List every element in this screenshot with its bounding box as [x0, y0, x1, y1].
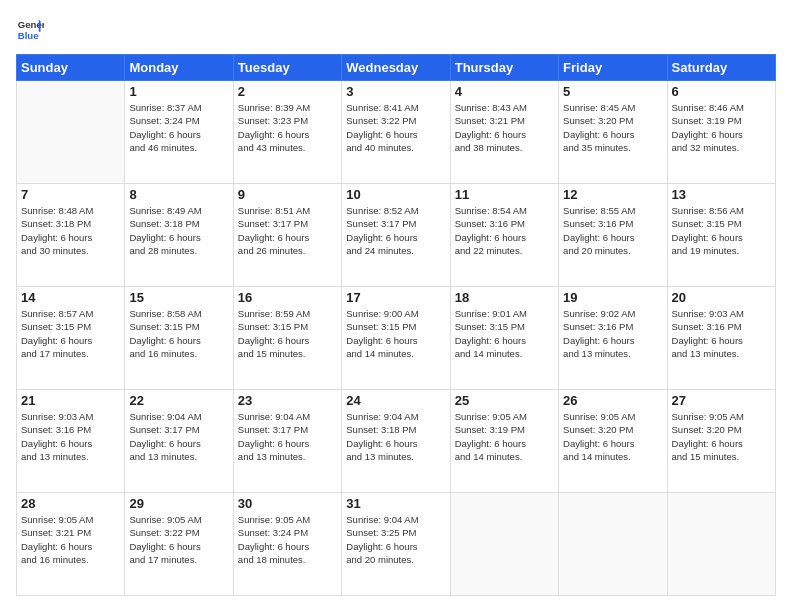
- calendar-cell: 10Sunrise: 8:52 AM Sunset: 3:17 PM Dayli…: [342, 184, 450, 287]
- calendar-cell: 31Sunrise: 9:04 AM Sunset: 3:25 PM Dayli…: [342, 493, 450, 596]
- weekday-friday: Friday: [559, 55, 667, 81]
- day-number: 16: [238, 290, 337, 305]
- day-number: 12: [563, 187, 662, 202]
- day-number: 29: [129, 496, 228, 511]
- day-number: 21: [21, 393, 120, 408]
- day-number: 28: [21, 496, 120, 511]
- day-number: 13: [672, 187, 771, 202]
- day-number: 15: [129, 290, 228, 305]
- calendar-cell: 1Sunrise: 8:37 AM Sunset: 3:24 PM Daylig…: [125, 81, 233, 184]
- day-info: Sunrise: 9:05 AM Sunset: 3:20 PM Dayligh…: [563, 410, 662, 463]
- day-info: Sunrise: 8:45 AM Sunset: 3:20 PM Dayligh…: [563, 101, 662, 154]
- calendar-cell: 22Sunrise: 9:04 AM Sunset: 3:17 PM Dayli…: [125, 390, 233, 493]
- day-info: Sunrise: 8:58 AM Sunset: 3:15 PM Dayligh…: [129, 307, 228, 360]
- logo: General Blue: [16, 16, 48, 44]
- day-info: Sunrise: 9:04 AM Sunset: 3:18 PM Dayligh…: [346, 410, 445, 463]
- calendar-cell: 12Sunrise: 8:55 AM Sunset: 3:16 PM Dayli…: [559, 184, 667, 287]
- day-info: Sunrise: 9:02 AM Sunset: 3:16 PM Dayligh…: [563, 307, 662, 360]
- day-info: Sunrise: 8:46 AM Sunset: 3:19 PM Dayligh…: [672, 101, 771, 154]
- day-info: Sunrise: 9:04 AM Sunset: 3:17 PM Dayligh…: [238, 410, 337, 463]
- day-info: Sunrise: 9:05 AM Sunset: 3:22 PM Dayligh…: [129, 513, 228, 566]
- day-info: Sunrise: 8:41 AM Sunset: 3:22 PM Dayligh…: [346, 101, 445, 154]
- day-number: 7: [21, 187, 120, 202]
- day-number: 18: [455, 290, 554, 305]
- calendar-cell: 30Sunrise: 9:05 AM Sunset: 3:24 PM Dayli…: [233, 493, 341, 596]
- weekday-saturday: Saturday: [667, 55, 775, 81]
- day-number: 27: [672, 393, 771, 408]
- day-info: Sunrise: 8:49 AM Sunset: 3:18 PM Dayligh…: [129, 204, 228, 257]
- page: General Blue SundayMondayTuesdayWednesda…: [0, 0, 792, 612]
- week-row-5: 28Sunrise: 9:05 AM Sunset: 3:21 PM Dayli…: [17, 493, 776, 596]
- calendar-cell: 20Sunrise: 9:03 AM Sunset: 3:16 PM Dayli…: [667, 287, 775, 390]
- logo-icon: General Blue: [16, 16, 44, 44]
- week-row-4: 21Sunrise: 9:03 AM Sunset: 3:16 PM Dayli…: [17, 390, 776, 493]
- weekday-header-row: SundayMondayTuesdayWednesdayThursdayFrid…: [17, 55, 776, 81]
- day-number: 2: [238, 84, 337, 99]
- day-number: 23: [238, 393, 337, 408]
- day-info: Sunrise: 8:57 AM Sunset: 3:15 PM Dayligh…: [21, 307, 120, 360]
- calendar-cell: 7Sunrise: 8:48 AM Sunset: 3:18 PM Daylig…: [17, 184, 125, 287]
- day-info: Sunrise: 9:03 AM Sunset: 3:16 PM Dayligh…: [672, 307, 771, 360]
- calendar-cell: 5Sunrise: 8:45 AM Sunset: 3:20 PM Daylig…: [559, 81, 667, 184]
- weekday-thursday: Thursday: [450, 55, 558, 81]
- calendar-cell: 25Sunrise: 9:05 AM Sunset: 3:19 PM Dayli…: [450, 390, 558, 493]
- header: General Blue: [16, 16, 776, 44]
- day-number: 10: [346, 187, 445, 202]
- calendar-table: SundayMondayTuesdayWednesdayThursdayFrid…: [16, 54, 776, 596]
- day-info: Sunrise: 8:39 AM Sunset: 3:23 PM Dayligh…: [238, 101, 337, 154]
- calendar-cell: 2Sunrise: 8:39 AM Sunset: 3:23 PM Daylig…: [233, 81, 341, 184]
- day-info: Sunrise: 8:56 AM Sunset: 3:15 PM Dayligh…: [672, 204, 771, 257]
- calendar-cell: 15Sunrise: 8:58 AM Sunset: 3:15 PM Dayli…: [125, 287, 233, 390]
- day-number: 11: [455, 187, 554, 202]
- day-info: Sunrise: 9:03 AM Sunset: 3:16 PM Dayligh…: [21, 410, 120, 463]
- day-info: Sunrise: 9:05 AM Sunset: 3:19 PM Dayligh…: [455, 410, 554, 463]
- calendar-cell: 8Sunrise: 8:49 AM Sunset: 3:18 PM Daylig…: [125, 184, 233, 287]
- calendar-cell: 9Sunrise: 8:51 AM Sunset: 3:17 PM Daylig…: [233, 184, 341, 287]
- day-number: 4: [455, 84, 554, 99]
- weekday-tuesday: Tuesday: [233, 55, 341, 81]
- day-number: 26: [563, 393, 662, 408]
- day-number: 3: [346, 84, 445, 99]
- day-number: 8: [129, 187, 228, 202]
- day-number: 22: [129, 393, 228, 408]
- calendar-cell: [667, 493, 775, 596]
- calendar-cell: 3Sunrise: 8:41 AM Sunset: 3:22 PM Daylig…: [342, 81, 450, 184]
- calendar-cell: 19Sunrise: 9:02 AM Sunset: 3:16 PM Dayli…: [559, 287, 667, 390]
- day-number: 1: [129, 84, 228, 99]
- calendar-cell: 18Sunrise: 9:01 AM Sunset: 3:15 PM Dayli…: [450, 287, 558, 390]
- week-row-2: 7Sunrise: 8:48 AM Sunset: 3:18 PM Daylig…: [17, 184, 776, 287]
- calendar-cell: 4Sunrise: 8:43 AM Sunset: 3:21 PM Daylig…: [450, 81, 558, 184]
- day-number: 17: [346, 290, 445, 305]
- day-info: Sunrise: 9:01 AM Sunset: 3:15 PM Dayligh…: [455, 307, 554, 360]
- day-info: Sunrise: 9:05 AM Sunset: 3:21 PM Dayligh…: [21, 513, 120, 566]
- day-info: Sunrise: 8:51 AM Sunset: 3:17 PM Dayligh…: [238, 204, 337, 257]
- day-number: 5: [563, 84, 662, 99]
- calendar-cell: 17Sunrise: 9:00 AM Sunset: 3:15 PM Dayli…: [342, 287, 450, 390]
- calendar-cell: 24Sunrise: 9:04 AM Sunset: 3:18 PM Dayli…: [342, 390, 450, 493]
- day-info: Sunrise: 9:04 AM Sunset: 3:17 PM Dayligh…: [129, 410, 228, 463]
- day-number: 25: [455, 393, 554, 408]
- day-info: Sunrise: 8:55 AM Sunset: 3:16 PM Dayligh…: [563, 204, 662, 257]
- day-info: Sunrise: 8:59 AM Sunset: 3:15 PM Dayligh…: [238, 307, 337, 360]
- day-info: Sunrise: 8:48 AM Sunset: 3:18 PM Dayligh…: [21, 204, 120, 257]
- day-info: Sunrise: 8:54 AM Sunset: 3:16 PM Dayligh…: [455, 204, 554, 257]
- calendar-cell: 21Sunrise: 9:03 AM Sunset: 3:16 PM Dayli…: [17, 390, 125, 493]
- day-info: Sunrise: 9:05 AM Sunset: 3:24 PM Dayligh…: [238, 513, 337, 566]
- week-row-1: 1Sunrise: 8:37 AM Sunset: 3:24 PM Daylig…: [17, 81, 776, 184]
- day-number: 24: [346, 393, 445, 408]
- day-number: 19: [563, 290, 662, 305]
- calendar-cell: 16Sunrise: 8:59 AM Sunset: 3:15 PM Dayli…: [233, 287, 341, 390]
- calendar-cell: 13Sunrise: 8:56 AM Sunset: 3:15 PM Dayli…: [667, 184, 775, 287]
- day-info: Sunrise: 9:05 AM Sunset: 3:20 PM Dayligh…: [672, 410, 771, 463]
- svg-text:Blue: Blue: [18, 30, 39, 41]
- day-info: Sunrise: 8:43 AM Sunset: 3:21 PM Dayligh…: [455, 101, 554, 154]
- calendar-cell: 14Sunrise: 8:57 AM Sunset: 3:15 PM Dayli…: [17, 287, 125, 390]
- weekday-wednesday: Wednesday: [342, 55, 450, 81]
- day-info: Sunrise: 9:00 AM Sunset: 3:15 PM Dayligh…: [346, 307, 445, 360]
- day-info: Sunrise: 9:04 AM Sunset: 3:25 PM Dayligh…: [346, 513, 445, 566]
- calendar-cell: 28Sunrise: 9:05 AM Sunset: 3:21 PM Dayli…: [17, 493, 125, 596]
- calendar-cell: 29Sunrise: 9:05 AM Sunset: 3:22 PM Dayli…: [125, 493, 233, 596]
- calendar-cell: [450, 493, 558, 596]
- weekday-sunday: Sunday: [17, 55, 125, 81]
- calendar-cell: 11Sunrise: 8:54 AM Sunset: 3:16 PM Dayli…: [450, 184, 558, 287]
